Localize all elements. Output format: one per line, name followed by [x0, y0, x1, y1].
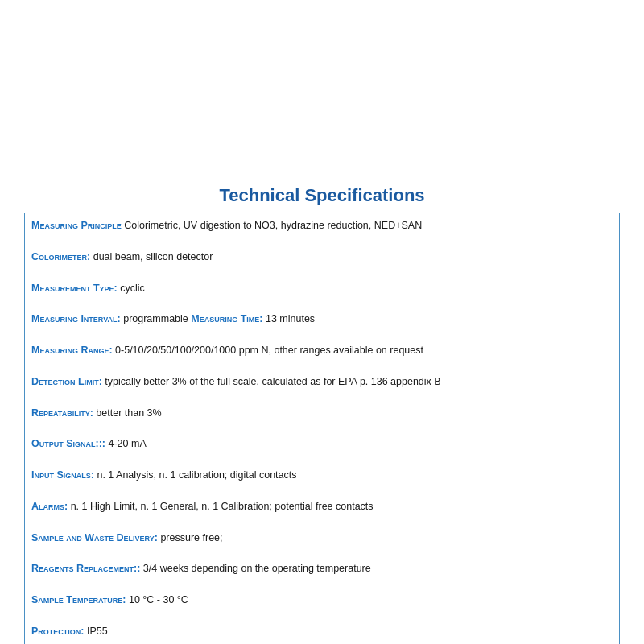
spec-row-colorimeter: Colorimeter: dual beam, silicon detector: [31, 250, 613, 265]
spec-row-reagents: Reagents Replacement:: 3/4 weeks dependi…: [31, 561, 613, 576]
value-measurement-type: cyclic: [120, 283, 145, 294]
value-measuring-range: 0-5/10/20/50/100/200/1000 ppm N, other r…: [115, 345, 423, 356]
spec-row-alarms: Alarms: n. 1 High Limit, n. 1 General, n…: [31, 499, 613, 514]
label-detection-limit: Detection Limit:: [31, 376, 102, 387]
label-output-signal: Output Signal:::: [31, 438, 105, 449]
value-measuring-interval: programmable: [123, 313, 191, 324]
spec-row-protection: Protection: IP55: [31, 624, 613, 639]
value-output-signal: 4-20 mA: [109, 438, 147, 449]
spec-row-measuring-principle: Measuring Principle Colorimetric, UV dig…: [31, 218, 613, 233]
label-colorimeter: Colorimeter:: [31, 251, 90, 262]
spec-row-measurement-type: Measurement Type: cyclic: [31, 281, 613, 296]
spec-row-measuring-range: Measuring Range: 0-5/10/20/50/100/200/10…: [31, 343, 613, 358]
value-measuring-time: 13 minutes: [266, 313, 315, 324]
spec-row-output-signal: Output Signal::: 4-20 mA: [31, 436, 613, 452]
label-measuring-range: Measuring Range:: [31, 345, 113, 356]
spec-row-measuring-interval: Measuring Interval: programmable Measuri…: [31, 312, 613, 327]
page-container: Technical Specifications Measuring Princ…: [24, 185, 620, 644]
label-sample-temp: Sample Temperature:: [31, 594, 126, 605]
value-input-signals: n. 1 Analysis, n. 1 calibration; digital…: [97, 469, 296, 481]
value-colorimeter: dual beam, silicon detector: [93, 251, 213, 262]
value-sample-waste: pressure free;: [160, 532, 222, 543]
spec-row-input-signals: Input Signals: n. 1 Analysis, n. 1 calib…: [31, 468, 613, 483]
value-repeatability: better than 3%: [96, 407, 161, 419]
label-alarms: Alarms:: [31, 501, 68, 512]
spec-row-sample-waste: Sample and Waste Delivery: pressure free…: [31, 530, 613, 546]
spec-row-detection-limit: Detection Limit: typically better 3% of …: [31, 374, 613, 390]
value-alarms: n. 1 High Limit, n. 1 General, n. 1 Cali…: [71, 501, 374, 512]
label-measurement-type: Measurement Type:: [31, 283, 118, 294]
page-title: Technical Specifications: [24, 185, 620, 206]
label-protection: Protection:: [31, 625, 85, 637]
label-measuring-time: Measuring Time:: [191, 313, 262, 324]
spec-row-repeatability: Repeatability: better than 3%: [31, 406, 613, 421]
label-reagents: Reagents Replacement::: [31, 563, 140, 574]
value-sample-temp: 10 °C - 30 °C: [129, 594, 188, 605]
specs-table: Measuring Principle Colorimetric, UV dig…: [24, 213, 620, 644]
label-sample-waste: Sample and Waste Delivery:: [31, 532, 158, 543]
value-detection-limit: typically better 3% of the full scale, c…: [105, 376, 440, 387]
value-protection: IP55: [87, 625, 108, 637]
spec-row-sample-temp: Sample Temperature: 10 °C - 30 °C: [31, 592, 613, 608]
label-measuring-interval: Measuring Interval:: [31, 313, 121, 324]
value-measuring-principle: Colorimetric, UV digestion to NO3, hydra…: [124, 220, 422, 231]
label-repeatability: Repeatability:: [31, 407, 93, 419]
label-measuring-principle: Measuring Principle: [31, 220, 122, 231]
label-input-signals: Input Signals:: [31, 469, 94, 481]
value-reagents: 3/4 weeks depending on the operating tem…: [143, 563, 371, 574]
